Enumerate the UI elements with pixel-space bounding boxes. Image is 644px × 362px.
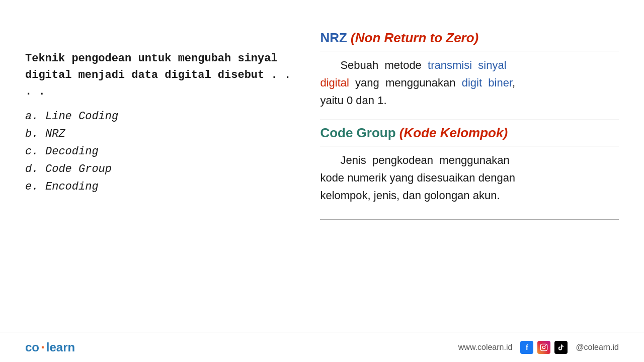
colearn-text-learn: learn	[46, 340, 75, 354]
option-text-b: NRZ	[45, 128, 65, 140]
bottom-divider	[320, 219, 619, 220]
codegroup-title-plain: Code Group	[320, 125, 399, 140]
codegroup-body: Jenis pengkodean menggunakan kode numeri…	[320, 151, 619, 205]
option-text-a: Line Coding	[45, 110, 118, 123]
social-handle: @colearn.id	[576, 343, 619, 352]
nrz-title: NRZ (Non Return to Zero)	[320, 30, 619, 46]
svg-point-2	[545, 345, 546, 346]
options-list: a. Line Coding b. NRZ c. Decoding d. Cod…	[25, 110, 295, 193]
nrz-body: Sebuah metode transmisi sinyal digital y…	[320, 56, 619, 110]
social-icons: f	[520, 341, 568, 354]
right-panel: NRZ (Non Return to Zero) Sebuah metode t…	[310, 20, 619, 362]
option-letter-e: e.	[25, 180, 45, 193]
nrz-highlight-digital: digital	[320, 76, 349, 89]
section-divider	[320, 120, 619, 120]
left-panel: Teknik pengodean untuk mengubah sinyal d…	[25, 20, 310, 362]
nrz-highlight-digit: digit biner	[462, 76, 512, 89]
footer-right: www.colearn.id f @colearn.id	[458, 341, 619, 354]
footer: co · learn www.colearn.id f @colearn.id	[0, 332, 644, 362]
svg-rect-0	[541, 344, 547, 350]
list-item: c. Decoding	[25, 145, 295, 158]
option-letter-b: b.	[25, 128, 45, 140]
codegroup-title: Code Group (Kode Kelompok)	[320, 125, 619, 141]
list-item: a. Line Coding	[25, 110, 295, 123]
codegroup-section: Code Group (Kode Kelompok) Jenis pengkod…	[320, 125, 619, 205]
website-text: www.colearn.id	[458, 343, 513, 352]
option-letter-d: d.	[25, 163, 45, 175]
question-text: Teknik pengodean untuk mengubah sinyal d…	[25, 50, 295, 100]
option-text-e: Encoding	[45, 180, 99, 193]
colearn-text-co: co	[25, 340, 39, 354]
nrz-divider	[320, 51, 619, 51]
nrz-title-plain: NRZ	[320, 30, 351, 45]
colearn-dot: ·	[41, 339, 45, 355]
nrz-title-italic: (Non Return to Zero)	[351, 30, 478, 45]
codegroup-divider	[320, 146, 619, 146]
svg-point-1	[543, 346, 545, 348]
main-container: Teknik pengodean untuk mengubah sinyal d…	[0, 0, 644, 362]
instagram-icon	[537, 341, 550, 354]
nrz-section: NRZ (Non Return to Zero) Sebuah metode t…	[320, 30, 619, 110]
option-letter-c: c.	[25, 145, 45, 158]
option-letter-a: a.	[25, 110, 45, 123]
option-text-c: Decoding	[45, 145, 99, 158]
list-item: e. Encoding	[25, 180, 295, 193]
facebook-icon: f	[520, 341, 533, 354]
colearn-logo: co · learn	[25, 339, 75, 355]
codegroup-title-italic: (Kode Kelompok)	[399, 125, 508, 140]
option-text-d: Code Group	[45, 163, 112, 175]
list-item: d. Code Group	[25, 163, 295, 175]
tiktok-icon	[554, 341, 568, 354]
list-item: b. NRZ	[25, 128, 295, 140]
nrz-highlight-transmisi: transmisi sinyal	[428, 59, 506, 71]
